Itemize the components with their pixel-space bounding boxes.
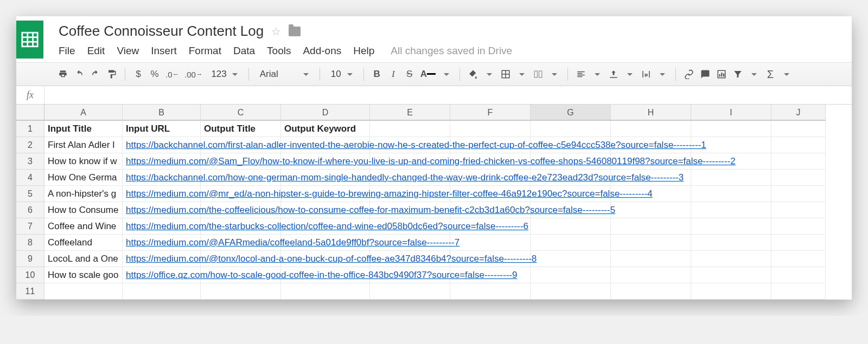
header-output-title[interactable]: Output Title — [201, 121, 281, 137]
cell-empty[interactable] — [771, 121, 826, 137]
row-header[interactable]: 11 — [16, 283, 44, 300]
cell-empty[interactable] — [281, 283, 370, 300]
increase-decimals-button[interactable]: .00→ — [182, 66, 205, 82]
merge-cells-icon[interactable] — [531, 66, 546, 82]
cell-input-url[interactable]: https://medium.com/the-coffeelicious/how… — [123, 202, 201, 218]
text-color-button[interactable]: A — [418, 66, 438, 82]
cell-empty[interactable] — [771, 235, 826, 251]
row-header[interactable]: 3 — [16, 153, 44, 170]
cell-empty[interactable] — [531, 283, 611, 300]
font-select[interactable]: Arial — [254, 66, 314, 82]
bold-button[interactable]: B — [369, 66, 385, 82]
cell-empty[interactable] — [691, 121, 771, 137]
cell-input-url[interactable]: https://medium.com/@Sam_Floy/how-to-know… — [123, 153, 201, 170]
cell-input-title[interactable]: A non-hipster's g — [44, 186, 123, 202]
menu-file[interactable]: File — [59, 45, 75, 57]
number-format-select[interactable]: 123 — [206, 66, 242, 82]
column-header-A[interactable]: A — [44, 105, 123, 121]
column-header-E[interactable]: E — [370, 105, 450, 121]
insert-chart-icon[interactable] — [714, 66, 729, 82]
print-icon[interactable] — [55, 66, 71, 82]
menu-help[interactable]: Help — [353, 45, 374, 57]
row-header[interactable]: 8 — [16, 235, 44, 251]
column-header-D[interactable]: D — [281, 105, 370, 121]
cell-input-title[interactable]: How to scale goo — [44, 267, 123, 283]
cell-empty[interactable] — [531, 251, 611, 267]
insert-link-icon[interactable] — [681, 66, 697, 82]
cell-input-url[interactable]: https://medium.com/@AFARmedia/coffeeland… — [123, 235, 201, 251]
cell-empty[interactable] — [771, 283, 826, 300]
cell-input-title[interactable]: How to know if w — [44, 153, 123, 170]
menu-addons[interactable]: Add-ons — [303, 45, 341, 57]
row-header[interactable]: 10 — [16, 267, 44, 283]
cell-empty[interactable] — [691, 202, 771, 218]
header-input-title[interactable]: Input Title — [44, 121, 123, 137]
font-size-select[interactable]: 10 — [326, 66, 358, 82]
cell-empty[interactable] — [691, 267, 771, 283]
fill-color-icon[interactable] — [465, 66, 481, 82]
redo-icon[interactable] — [88, 66, 103, 82]
cell-empty[interactable] — [611, 267, 691, 283]
functions-button[interactable]: Σ — [763, 66, 778, 82]
cell-empty[interactable] — [691, 186, 771, 202]
menu-edit[interactable]: Edit — [87, 45, 105, 57]
cell-empty[interactable] — [611, 121, 691, 137]
cell-empty[interactable] — [771, 170, 826, 186]
cell-empty[interactable] — [201, 283, 281, 300]
header-output-keyword[interactable]: Output Keyword — [281, 121, 370, 137]
paint-format-icon[interactable] — [104, 66, 119, 82]
row-header[interactable]: 7 — [16, 218, 44, 235]
cell-empty[interactable] — [771, 267, 826, 283]
row-header[interactable]: 9 — [16, 251, 44, 267]
cell-input-url[interactable]: https://office.qz.com/how-to-scale-good-… — [123, 267, 201, 283]
decrease-decimals-button[interactable]: .0← — [163, 66, 181, 82]
text-wrap-icon[interactable] — [639, 66, 654, 82]
cell-empty[interactable] — [450, 283, 531, 300]
cell-input-title[interactable]: First Alan Adler I — [44, 137, 123, 153]
cell-input-title[interactable]: Coffee and Wine — [44, 218, 123, 235]
menu-format[interactable]: Format — [189, 45, 221, 57]
cell-empty[interactable] — [691, 218, 771, 235]
cell-empty[interactable] — [450, 121, 531, 137]
cell-empty[interactable] — [611, 202, 691, 218]
cell-empty[interactable] — [531, 218, 611, 235]
cell-empty[interactable] — [370, 121, 450, 137]
formula-input[interactable] — [44, 86, 852, 104]
cell-input-title[interactable]: Coffeeland — [44, 235, 123, 251]
cell-input-url[interactable]: https://medium.com/@mr_ed/a-non-hipster-… — [123, 186, 201, 202]
cell-empty[interactable] — [611, 218, 691, 235]
cell-empty[interactable] — [771, 186, 826, 202]
folder-icon[interactable] — [289, 27, 301, 36]
cell-empty[interactable] — [611, 283, 691, 300]
row-header[interactable]: 1 — [16, 121, 44, 137]
cell-empty[interactable] — [370, 283, 450, 300]
select-all-corner[interactable] — [16, 105, 44, 121]
cell-empty[interactable] — [691, 251, 771, 267]
row-header[interactable]: 6 — [16, 202, 44, 218]
menu-data[interactable]: Data — [233, 45, 255, 57]
header-input-url[interactable]: Input URL — [123, 121, 201, 137]
column-header-I[interactable]: I — [691, 105, 771, 121]
cell-empty[interactable] — [44, 283, 123, 300]
cell-input-url[interactable]: https://medium.com/the-starbucks-collect… — [123, 218, 201, 235]
cell-empty[interactable] — [531, 235, 611, 251]
column-header-H[interactable]: H — [611, 105, 691, 121]
cell-empty[interactable] — [531, 267, 611, 283]
cell-empty[interactable] — [771, 218, 826, 235]
document-title[interactable]: Coffee Connoisseur Content Log — [59, 23, 264, 40]
sheets-logo-icon[interactable] — [16, 21, 43, 59]
cell-input-title[interactable]: How to Consume — [44, 202, 123, 218]
column-header-G[interactable]: G — [531, 105, 611, 121]
cell-input-title[interactable]: How One Germa — [44, 170, 123, 186]
undo-icon[interactable] — [72, 66, 87, 82]
cell-empty[interactable] — [611, 251, 691, 267]
column-header-F[interactable]: F — [450, 105, 531, 121]
horizontal-align-icon[interactable] — [573, 66, 589, 82]
percent-button[interactable]: % — [147, 66, 162, 82]
cell-empty[interactable] — [450, 235, 531, 251]
menu-tools[interactable]: Tools — [267, 45, 291, 57]
strikethrough-button[interactable]: S — [402, 66, 417, 82]
row-header[interactable]: 5 — [16, 186, 44, 202]
row-header[interactable]: 4 — [16, 170, 44, 186]
cell-empty[interactable] — [531, 121, 611, 137]
